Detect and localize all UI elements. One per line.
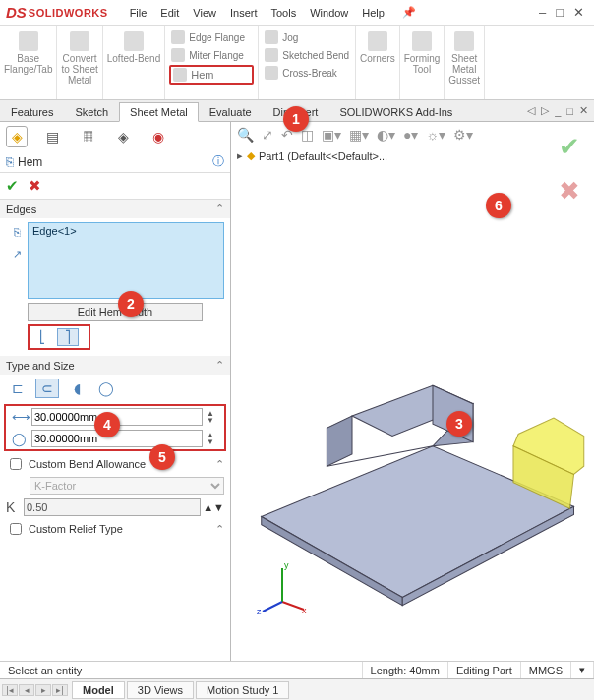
maximize-icon[interactable]: □ — [556, 5, 564, 20]
tear-drop-icon[interactable]: ◖ — [65, 379, 89, 398]
type-section-head[interactable]: Type and Size ⌃ — [0, 356, 230, 375]
zoom-fit-icon[interactable]: 🔍 — [237, 127, 254, 143]
ribbon-corners[interactable]: Corners — [360, 28, 395, 64]
doc-max-icon[interactable]: □ — [566, 105, 573, 117]
edit-hem-width-button[interactable]: Edit Hem Width — [28, 303, 203, 321]
edges-collapse-icon[interactable]: ⌃ — [215, 203, 224, 215]
ribbon-edge-flange[interactable]: Edge Flange — [169, 29, 254, 45]
cba-collapse-icon[interactable]: ⌃ — [215, 458, 224, 471]
menu-window[interactable]: Window — [304, 5, 354, 21]
edges-selection-box[interactable]: Edge<1> — [28, 222, 224, 299]
vt-prev-icon[interactable]: ◂ — [19, 684, 34, 696]
gap-spinner[interactable]: ▲▼ — [207, 432, 218, 445]
property-manager-icon[interactable]: ▤ — [41, 126, 63, 147]
tab-features[interactable]: Features — [0, 102, 64, 121]
ribbon-lofted-bend[interactable]: Lofted-Bend — [107, 28, 161, 64]
zoom-area-icon[interactable]: ⤢ — [262, 127, 273, 143]
graphics-area[interactable]: 🔍 ⤢ ↶ ◫ ▣▾ ▦▾ ◐▾ ●▾ ☼▾ ⚙▾ ▸ ◆ Part1 (Def… — [231, 122, 594, 661]
menu-tools[interactable]: Tools — [266, 5, 303, 21]
material-outside-icon[interactable]: ⎤ — [57, 328, 79, 346]
tab-addins[interactable]: SOLIDWORKS Add-Ins — [328, 102, 463, 121]
menu-view[interactable]: View — [187, 5, 222, 21]
crt-collapse-icon[interactable]: ⌃ — [215, 523, 224, 536]
custom-bend-allowance-row: Custom Bend Allowance ⌃ — [0, 453, 230, 475]
tab-evaluate[interactable]: Evaluate — [199, 102, 263, 121]
model-canvas[interactable]: x y z — [231, 171, 594, 661]
vt-next-icon[interactable]: ▸ — [35, 684, 51, 696]
menu-help[interactable]: Help — [356, 5, 390, 21]
pm-ok-icon[interactable]: ✔ — [6, 177, 19, 195]
view-tab-model[interactable]: Model — [72, 681, 125, 699]
bend-type-select[interactable]: K-Factor — [30, 477, 224, 495]
svg-line-4 — [263, 602, 282, 612]
feature-manager-icon[interactable]: ◈ — [6, 126, 28, 147]
ribbon-jog[interactable]: Jog — [263, 29, 351, 45]
dimxpert-manager-icon[interactable]: ◈ — [112, 126, 134, 147]
config-manager-icon[interactable]: 𝄜 — [77, 126, 98, 147]
pm-cancel-icon[interactable]: ✖ — [29, 177, 41, 195]
minimize-icon[interactable]: – — [539, 5, 546, 20]
app-logo: DS SOLIDWORKS — [0, 0, 114, 25]
ribbon-gusset[interactable]: Sheet Metal Gusset — [448, 28, 480, 86]
ribbon-miter-flange[interactable]: Miter Flange — [169, 47, 254, 63]
callout-3: 3 — [446, 411, 472, 437]
menu-insert[interactable]: Insert — [224, 5, 264, 21]
closed-hem-icon[interactable]: ⊏ — [6, 379, 30, 398]
vt-first-icon[interactable]: |◂ — [2, 684, 18, 696]
close-icon[interactable]: ✕ — [573, 5, 584, 20]
doc-close-icon[interactable]: ✕ — [579, 104, 588, 117]
edge-list-item[interactable]: Edge<1> — [32, 225, 77, 237]
appearance-icon[interactable]: ●▾ — [403, 127, 418, 143]
ribbon-base-flange[interactable]: Base Flange/Tab — [4, 28, 52, 75]
material-inside-icon[interactable]: ⎣ — [31, 328, 53, 346]
doc-next-icon[interactable]: ▷ — [541, 104, 549, 117]
open-hem-icon[interactable]: ⊂ — [35, 379, 59, 398]
type-collapse-icon[interactable]: ⌃ — [215, 359, 224, 372]
doc-prev-icon[interactable]: ◁ — [527, 104, 535, 117]
edges-section-head[interactable]: Edges ⌃ — [0, 200, 230, 218]
k-spinner[interactable]: ▲▼ — [203, 501, 224, 513]
view-orient-icon[interactable]: ▣▾ — [322, 127, 341, 143]
tree-expand-icon[interactable]: ▸ — [237, 149, 243, 162]
tab-sheet-metal[interactable]: Sheet Metal — [119, 102, 199, 122]
k-factor-input[interactable] — [24, 498, 201, 516]
doc-min-icon[interactable]: _ — [555, 105, 561, 117]
tab-sketch[interactable]: Sketch — [64, 102, 119, 121]
hide-show-icon[interactable]: ◐▾ — [377, 127, 395, 143]
ribbon-sketched-bend[interactable]: Sketched Bend — [263, 47, 351, 63]
flyout-tree[interactable]: ▸ ◆ Part1 (Default<<Default>... — [231, 147, 594, 164]
reverse-icon[interactable]: ↗ — [9, 246, 25, 262]
view-tab-3dviews[interactable]: 3D Views — [127, 681, 194, 699]
status-extra-icon[interactable]: ▾ — [571, 662, 594, 678]
ribbon-convert[interactable]: Convert to Sheet Metal — [61, 28, 97, 86]
vt-last-icon[interactable]: ▸| — [52, 684, 68, 696]
menubar: File Edit View Insert Tools Window Help … — [124, 4, 422, 21]
custom-bend-allowance-check[interactable] — [10, 458, 22, 470]
menu-file[interactable]: File — [124, 5, 153, 21]
view-settings-icon[interactable]: ⚙▾ — [453, 127, 473, 143]
ribbon-forming-tool[interactable]: Forming Tool — [404, 28, 441, 75]
display-manager-icon[interactable]: ◉ — [148, 126, 169, 147]
scene-icon[interactable]: ☼▾ — [426, 127, 446, 143]
display-style-icon[interactable]: ▦▾ — [349, 127, 369, 143]
length-spinner[interactable]: ▲▼ — [207, 410, 218, 424]
confirm-ok-icon[interactable]: ✔ — [559, 132, 580, 162]
length-icon: ⟷ — [12, 410, 28, 425]
pm-help-icon[interactable]: ⓘ — [212, 153, 224, 170]
rolled-hem-icon[interactable]: ◯ — [94, 379, 118, 398]
pm-confirm-row: ✔ ✖ — [0, 173, 230, 200]
confirmation-corner: ✔ ✖ — [559, 132, 580, 206]
edge-select-icon[interactable]: ⎘ — [9, 224, 25, 240]
part-name[interactable]: Part1 (Default<<Default>... — [259, 150, 387, 162]
menu-edit[interactable]: Edit — [154, 5, 185, 21]
status-units[interactable]: MMGS — [521, 662, 571, 678]
pin-icon[interactable]: 📌 — [396, 4, 422, 21]
ribbon-hem[interactable]: Hem — [169, 65, 254, 85]
view-tab-motion[interactable]: Motion Study 1 — [196, 681, 289, 699]
edges-body: ⎘ ↗ Edge<1> Edit Hem Width ⎣ ⎤ — [0, 218, 230, 356]
pm-tab-icons: ◈ ▤ 𝄜 ◈ ◉ — [0, 122, 230, 151]
confirm-cancel-icon[interactable]: ✖ — [559, 176, 580, 206]
view-triad[interactable]: x y z — [253, 556, 312, 615]
custom-relief-type-check[interactable] — [10, 523, 22, 535]
ribbon-cross-break[interactable]: Cross-Break — [263, 65, 351, 81]
